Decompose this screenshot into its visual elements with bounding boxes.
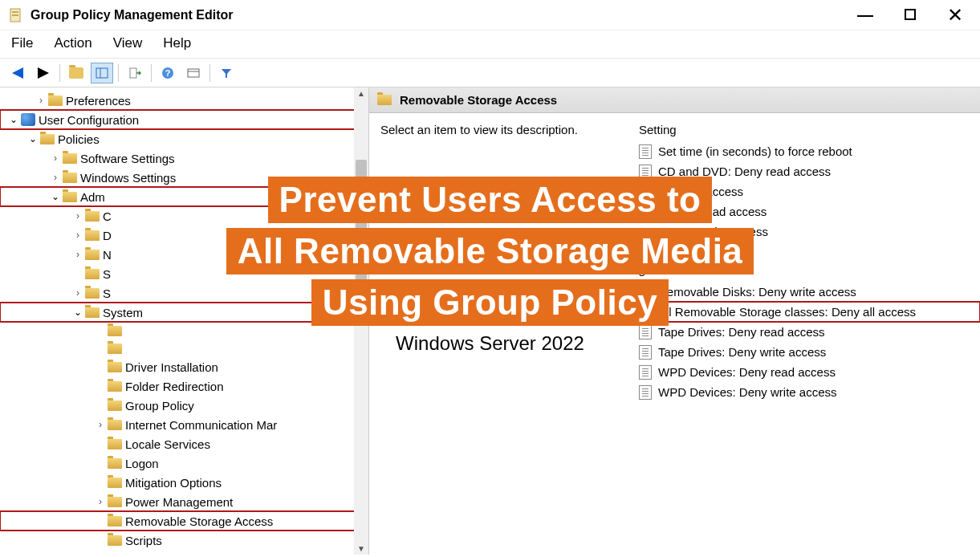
detail-header: Removable Storage Access <box>369 87 980 113</box>
setting-row[interactable]: WPD Devices: Deny write access <box>634 382 980 402</box>
tree-item-group-policy[interactable]: Group Policy <box>0 396 368 415</box>
svg-rect-3 <box>96 68 108 78</box>
tree-item-preferences[interactable]: ›Preferences <box>0 91 368 110</box>
tree-item-policies[interactable]: ⌄Policies <box>0 129 368 148</box>
settings-column-header[interactable]: Setting <box>634 120 980 141</box>
properties-button[interactable] <box>182 63 205 83</box>
description-column: Select an item to view its description. <box>369 116 634 405</box>
setting-row[interactable]: Removable Disks: Deny write access <box>634 282 980 302</box>
up-folder-button[interactable] <box>65 63 87 83</box>
tree-item-removable-storage-access[interactable]: Removable Storage Access <box>0 511 368 531</box>
close-button[interactable]: ✕ <box>943 4 967 26</box>
app-icon <box>8 7 24 23</box>
export-list-button[interactable] <box>124 63 146 83</box>
help-button[interactable]: ? <box>157 63 179 83</box>
policy-icon <box>639 144 652 159</box>
setting-row[interactable]: : Deny write access <box>634 181 980 201</box>
tree-item-windows-settings[interactable]: ›Windows Settings <box>0 168 368 187</box>
tree-item-internet-comm[interactable]: ›Internet Communication Mar <box>0 415 368 434</box>
svg-text:?: ? <box>165 68 171 78</box>
titlebar: Group Policy Management Editor — ✕ <box>0 0 980 30</box>
tree-item-logon[interactable]: Logon <box>0 453 368 473</box>
menu-view[interactable]: View <box>113 35 143 51</box>
setting-row[interactable]: Tape Drives: Deny read access <box>634 322 980 342</box>
tree-scrollbar[interactable]: ▲▼ <box>354 87 368 555</box>
svg-rect-1 <box>12 11 18 13</box>
description-prompt: Select an item to view its description. <box>380 123 578 136</box>
setting-row[interactable]: sses: Deny read access <box>634 201 980 222</box>
setting-row[interactable]: s <box>634 242 980 262</box>
policy-icon <box>639 365 652 380</box>
policy-icon <box>639 165 652 179</box>
svg-rect-5 <box>130 68 136 78</box>
tree-item-hidden2[interactable] <box>0 339 368 357</box>
tree-item-mitigation[interactable]: Mitigation Options <box>0 473 368 492</box>
tree-item-n[interactable]: ›N <box>0 245 368 264</box>
tree-item-s1[interactable]: S <box>0 264 368 283</box>
menu-help[interactable]: Help <box>163 35 191 51</box>
minimize-button[interactable]: — <box>853 6 877 24</box>
detail-title: Removable Storage Access <box>400 93 557 107</box>
settings-column: Setting Set time (in seconds) to force r… <box>634 116 980 405</box>
svg-rect-8 <box>188 69 199 77</box>
tree-item-folder-redirection[interactable]: Folder Redirection <box>0 376 368 396</box>
setting-row-all-removable[interactable]: All Removable Storage classes: Deny all … <box>634 302 980 322</box>
setting-row[interactable]: Tape Drives: Deny write access <box>634 342 980 362</box>
tree-item-locale-services[interactable]: Locale Services <box>0 434 368 453</box>
policy-icon <box>639 285 652 299</box>
policy-icon <box>639 325 652 339</box>
folder-icon <box>377 95 392 105</box>
setting-row[interactable]: CD and DVD: Deny read access <box>634 161 980 181</box>
tree-item-hidden1[interactable] <box>0 322 368 339</box>
maximize-button[interactable] <box>898 6 922 24</box>
tree-item-d[interactable]: ›D <box>0 226 368 245</box>
tree-item-user-configuration[interactable]: ⌄User Configuration <box>0 110 368 129</box>
toolbar: ? <box>0 59 980 87</box>
tree-item-driver-installation[interactable]: Driver Installation <box>0 357 368 376</box>
tree-pane[interactable]: ›Preferences ⌄User Configuration ⌄Polici… <box>0 87 369 555</box>
tree-item-admin-templates[interactable]: ⌄Adm <box>0 187 368 206</box>
policy-icon <box>639 345 652 360</box>
content-area: ›Preferences ⌄User Configuration ⌄Polici… <box>0 87 980 555</box>
tree-item-c[interactable]: ›C <box>0 206 368 226</box>
tree-item-software-settings[interactable]: ›Software Settings <box>0 148 368 168</box>
setting-row[interactable]: sses: Deny write access <box>634 222 980 242</box>
tree-item-system[interactable]: ⌄System <box>0 303 368 322</box>
tree-item-scripts[interactable]: Scripts <box>0 531 368 550</box>
tree-item-power-management[interactable]: ›Power Management <box>0 492 368 511</box>
forward-button[interactable] <box>32 63 55 83</box>
policy-icon <box>639 305 652 319</box>
tree-item-s2[interactable]: ›S <box>0 283 368 303</box>
menu-action[interactable]: Action <box>54 35 91 51</box>
setting-row[interactable]: Set time (in seconds) to force reboot <box>634 141 980 161</box>
window-title: Group Policy Management Editor <box>30 8 853 22</box>
svg-rect-2 <box>12 14 18 16</box>
filter-button[interactable] <box>215 63 238 83</box>
policy-icon <box>639 385 652 400</box>
setting-row[interactable]: s <box>634 262 980 282</box>
menu-file[interactable]: File <box>11 35 33 51</box>
setting-row[interactable]: WPD Devices: Deny read access <box>634 362 980 382</box>
window-controls: — ✕ <box>853 4 975 26</box>
detail-pane: Removable Storage Access Select an item … <box>369 87 980 555</box>
show-hide-tree-button[interactable] <box>91 63 113 83</box>
back-button[interactable] <box>6 63 29 83</box>
menubar: File Action View Help <box>0 30 980 59</box>
